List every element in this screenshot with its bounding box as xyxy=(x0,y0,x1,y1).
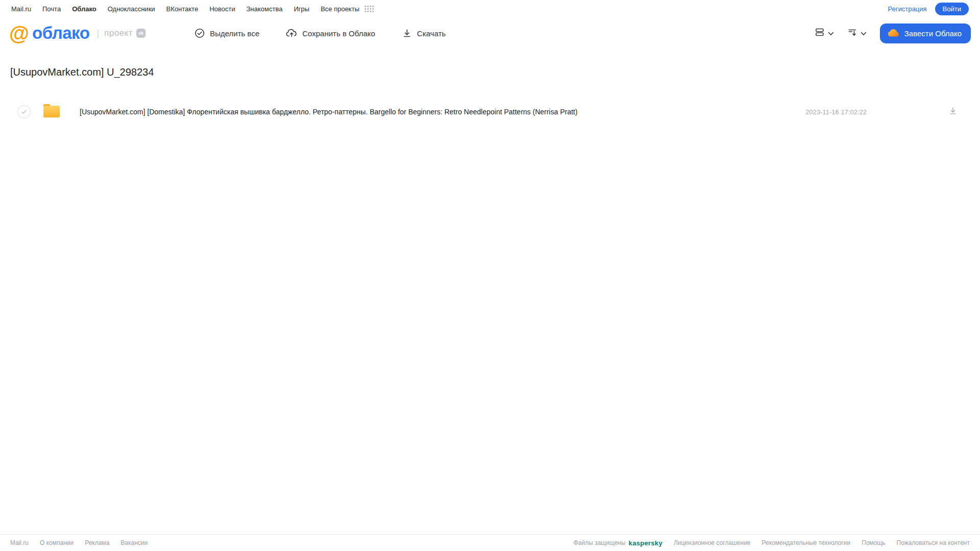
select-all-label: Выделить все xyxy=(210,29,259,38)
vk-project-mark: | проект vk xyxy=(97,28,146,39)
all-projects-grid-icon[interactable] xyxy=(365,6,374,12)
footer-link-ads[interactable]: Реклама xyxy=(85,539,109,546)
file-row[interactable]: [UsupovMarket.com] [Domestika] Флорентий… xyxy=(10,99,970,125)
main-content: [UsupovMarket.com] U_298234 [UsupovMarke… xyxy=(0,66,980,125)
kaspersky-logo[interactable]: kaspersky xyxy=(629,539,662,547)
check-icon xyxy=(20,108,28,115)
action-toolbar: Выделить все Сохранить в Облако Скачать xyxy=(195,28,446,38)
auth-controls: Регистрация Войти xyxy=(888,3,969,15)
register-link[interactable]: Регистрация xyxy=(888,5,927,13)
nav-item-vkontakte[interactable]: ВКонтакте xyxy=(166,5,199,13)
footer-left-links: Mail.ru О компании Реклама Вакансии xyxy=(10,539,148,546)
nav-item-pochta[interactable]: Почта xyxy=(42,5,61,13)
header-right-controls: Завести Облако xyxy=(815,23,971,43)
download-icon xyxy=(402,28,412,38)
get-cloud-label: Завести Облако xyxy=(904,29,962,38)
files-protected-label: Файлы защищены xyxy=(573,539,626,546)
page-title: [UsupovMarket.com] U_298234 xyxy=(10,66,970,78)
project-label: проект xyxy=(104,28,133,38)
nav-item-mailru[interactable]: Mail.ru xyxy=(11,5,31,13)
cloud-logo[interactable]: @ облако | проект vk xyxy=(9,23,146,43)
sort-dropdown[interactable] xyxy=(847,27,867,39)
select-all-button[interactable]: Выделить все xyxy=(195,28,259,38)
download-label: Скачать xyxy=(417,29,446,38)
kaspersky-protection: Файлы защищены kaspersky xyxy=(573,539,662,547)
cloud-header: @ облако | проект vk Выделить все xyxy=(0,17,980,49)
mailru-at-icon: @ xyxy=(9,23,29,43)
footer-link-mailru[interactable]: Mail.ru xyxy=(10,539,29,546)
nav-item-znakomstva[interactable]: Знакомства xyxy=(246,5,282,13)
list-view-icon xyxy=(815,27,825,39)
logo-divider: | xyxy=(97,28,99,39)
folder-icon xyxy=(42,103,61,121)
vk-badge-icon: vk xyxy=(136,29,146,38)
get-cloud-button[interactable]: Завести Облако xyxy=(880,23,971,43)
footer-link-help[interactable]: Помощь xyxy=(862,539,885,546)
cloud-upload-icon xyxy=(286,28,297,38)
file-name[interactable]: [UsupovMarket.com] [Domestika] Флорентий… xyxy=(80,108,578,116)
nav-item-novosti[interactable]: Новости xyxy=(209,5,235,13)
chevron-down-icon xyxy=(828,29,834,38)
nav-item-igry[interactable]: Игры xyxy=(294,5,309,13)
download-button[interactable]: Скачать xyxy=(402,28,446,38)
row-checkbox[interactable] xyxy=(17,105,31,118)
login-button[interactable]: Войти xyxy=(935,3,969,15)
footer-link-vacancies[interactable]: Вакансии xyxy=(121,539,148,546)
nav-item-vse-proekty[interactable]: Все проекты xyxy=(321,5,360,13)
footer: Mail.ru О компании Реклама Вакансии Файл… xyxy=(0,534,980,551)
check-circle-icon xyxy=(195,28,205,38)
file-date: 2023-11-16 17:02:22 xyxy=(805,108,867,116)
save-to-cloud-label: Сохранить в Облако xyxy=(302,29,375,38)
nav-item-oblako[interactable]: Облако xyxy=(72,5,97,13)
footer-right-links: Файлы защищены kaspersky Лицензионное со… xyxy=(573,539,970,547)
portal-navbar: Mail.ru Почта Облако Одноклассники ВКонт… xyxy=(0,0,980,17)
save-to-cloud-button[interactable]: Сохранить в Облако xyxy=(286,28,375,38)
footer-link-recommendations[interactable]: Рекомендательные технологии xyxy=(762,539,851,546)
sort-icon xyxy=(847,27,857,39)
cloud-icon xyxy=(887,28,899,39)
portal-nav-links: Mail.ru Почта Облако Одноклассники ВКонт… xyxy=(11,5,888,13)
footer-link-company[interactable]: О компании xyxy=(40,539,74,546)
nav-item-odnoklassniki[interactable]: Одноклассники xyxy=(108,5,155,13)
row-download-icon[interactable] xyxy=(948,106,958,117)
view-mode-dropdown[interactable] xyxy=(815,27,834,39)
footer-link-report[interactable]: Пожаловаться на контент xyxy=(897,539,970,546)
chevron-down-icon xyxy=(861,29,867,38)
footer-link-license[interactable]: Лицензионное соглашение xyxy=(674,539,750,546)
cloud-logo-text: облако xyxy=(32,23,89,43)
